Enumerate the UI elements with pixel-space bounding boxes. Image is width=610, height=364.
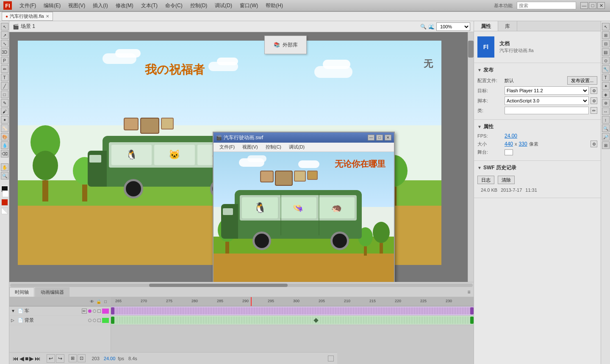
- bg-dot2[interactable]: [93, 319, 96, 322]
- menu-insert[interactable]: 插入(I): [89, 1, 111, 10]
- snap-btn1[interactable]: ⊞: [69, 354, 77, 362]
- tool-bone[interactable]: 🦴: [1, 124, 8, 132]
- btn-redo[interactable]: ↪: [56, 354, 64, 363]
- menu-file[interactable]: 文件(F): [16, 1, 39, 10]
- tool-rect[interactable]: □: [1, 91, 8, 98]
- tab-timeline[interactable]: 时间轴: [9, 287, 34, 297]
- menu-help[interactable]: 帮助(H): [262, 1, 286, 10]
- swf-menu-file[interactable]: 文件(F): [216, 143, 238, 151]
- btn-undo[interactable]: ↩: [47, 354, 55, 363]
- target-settings-icon[interactable]: ⚙: [591, 87, 597, 94]
- log-button[interactable]: 日志: [477, 176, 494, 184]
- close-button[interactable]: ✕: [597, 2, 605, 9]
- menu-text[interactable]: 文本(T): [138, 1, 161, 10]
- tab-fla[interactable]: ● 汽车行驶动画.fla ✕: [2, 12, 53, 21]
- tool-brush[interactable]: 🖌: [1, 108, 8, 115]
- minimize-button[interactable]: —: [580, 2, 588, 9]
- right-tool-15[interactable]: ⊞: [602, 141, 610, 149]
- class-input[interactable]: [505, 107, 589, 114]
- swf-maximize[interactable]: □: [376, 135, 383, 141]
- car-edit-btn[interactable]: ✏: [82, 309, 87, 314]
- tool-text[interactable]: T: [1, 74, 8, 81]
- timeline-options[interactable]: ≡: [464, 287, 474, 297]
- menu-command[interactable]: 命令(C): [162, 1, 186, 10]
- btn-stop[interactable]: ■: [25, 355, 28, 362]
- right-tool-7[interactable]: T: [602, 74, 610, 81]
- tool-eraser[interactable]: ⌫: [1, 150, 8, 157]
- car-dot2[interactable]: [93, 309, 96, 313]
- right-tool-14[interactable]: 🔎: [602, 133, 610, 141]
- tab-library[interactable]: 库: [498, 21, 517, 31]
- search-input[interactable]: [517, 2, 576, 9]
- vscroll-thumb[interactable]: [468, 41, 474, 58]
- tool-pen[interactable]: ✏: [1, 65, 8, 73]
- btn-first-frame[interactable]: ⏮: [13, 355, 19, 362]
- layer-expand-car[interactable]: ▼: [11, 309, 16, 313]
- size-settings-icon[interactable]: ⚙: [591, 141, 597, 147]
- tool-subsel[interactable]: ↗: [1, 31, 8, 39]
- right-tool-4[interactable]: ▤: [602, 48, 610, 56]
- clear-button[interactable]: 清除: [498, 176, 515, 184]
- swf-titlebar[interactable]: 🎬 汽车行驶动画.swf — □ ✕: [214, 132, 394, 143]
- swf-close[interactable]: ✕: [385, 135, 391, 141]
- menu-window[interactable]: 窗口(W): [236, 1, 261, 10]
- bg-dot[interactable]: [88, 319, 92, 322]
- car-square[interactable]: [97, 309, 101, 313]
- tool-paint[interactable]: 🎨: [1, 133, 8, 141]
- tool-transform[interactable]: ⤡: [1, 40, 8, 47]
- stage-color-picker[interactable]: [505, 149, 513, 155]
- tool-3d[interactable]: 3D: [1, 48, 8, 56]
- layer-row-car[interactable]: ▼ 📄 车 ✏: [9, 306, 111, 316]
- right-tool-2[interactable]: ⊞: [602, 31, 610, 39]
- menu-view[interactable]: 视图(V): [65, 1, 89, 10]
- tool-line[interactable]: ╱: [1, 82, 8, 90]
- right-tool-6[interactable]: 🔧: [602, 65, 610, 73]
- right-tool-13[interactable]: 🔍: [602, 124, 610, 132]
- tab-close-icon[interactable]: ✕: [46, 14, 49, 19]
- btn-play[interactable]: ▶: [29, 355, 34, 362]
- right-tool-5[interactable]: ⊙: [602, 57, 610, 64]
- publish-settings-button[interactable]: 发布设置...: [567, 76, 597, 85]
- swf-menu-control[interactable]: 控制(C): [262, 143, 285, 151]
- right-tool-9[interactable]: ◈: [602, 91, 610, 98]
- right-tool-11[interactable]: ↔: [602, 108, 610, 115]
- no-fill[interactable]: [1, 207, 8, 214]
- swf-minimize[interactable]: —: [368, 135, 374, 141]
- maximize-button[interactable]: □: [589, 2, 596, 9]
- stroke-color2[interactable]: [1, 199, 8, 206]
- car-dot[interactable]: [88, 309, 92, 313]
- right-tool-3[interactable]: ⊟: [602, 40, 610, 47]
- zoom-select[interactable]: 100%: [436, 22, 470, 31]
- fps-value[interactable]: 24.00: [505, 133, 517, 139]
- swf-window[interactable]: 🎬 汽车行驶动画.swf — □ ✕ 文件(F) 视图(V) 控制(C) 调试(…: [213, 132, 395, 282]
- menu-modify[interactable]: 修改(M): [112, 1, 137, 10]
- tool-pencil[interactable]: ✎: [1, 99, 8, 107]
- tool-lasso[interactable]: P: [1, 57, 8, 64]
- class-edit-icon[interactable]: ✏: [591, 107, 597, 114]
- bg-square[interactable]: [97, 319, 101, 322]
- btn-last-frame[interactable]: ⏭: [35, 355, 41, 362]
- tool-arrow[interactable]: ↖: [1, 23, 8, 30]
- canvas-vscroll[interactable]: [468, 32, 474, 282]
- btn-prev-frame[interactable]: ◀: [19, 355, 24, 362]
- swf-menu-view[interactable]: 视图(V): [239, 143, 261, 151]
- layer-row-bg[interactable]: ▷ 📄 背景: [9, 316, 111, 325]
- tool-eyedrop[interactable]: 💧: [1, 141, 8, 149]
- right-tool-8[interactable]: ✦: [602, 82, 610, 90]
- right-tool-10[interactable]: ⊛: [602, 99, 610, 107]
- timeline-resize-handle[interactable]: [328, 356, 334, 361]
- menu-debug[interactable]: 调试(D): [211, 1, 236, 10]
- tool-deco[interactable]: ✦: [1, 116, 8, 124]
- menu-edit[interactable]: 编辑(E): [40, 1, 64, 10]
- right-tool-1[interactable]: ↖: [602, 23, 610, 30]
- fill-color[interactable]: [2, 190, 9, 197]
- snap-btn2[interactable]: ⊡: [78, 354, 86, 362]
- right-tool-12[interactable]: ↕: [602, 116, 610, 124]
- layer-expand-bg[interactable]: ▷: [11, 318, 16, 323]
- tool-hand[interactable]: ✋: [1, 163, 8, 171]
- eye-icon[interactable]: 👁: [89, 299, 95, 304]
- outline-icon[interactable]: □: [102, 299, 109, 304]
- target-select[interactable]: Flash Player 11.2: [505, 86, 589, 95]
- size-w[interactable]: 440: [505, 141, 513, 147]
- playhead[interactable]: [251, 297, 252, 306]
